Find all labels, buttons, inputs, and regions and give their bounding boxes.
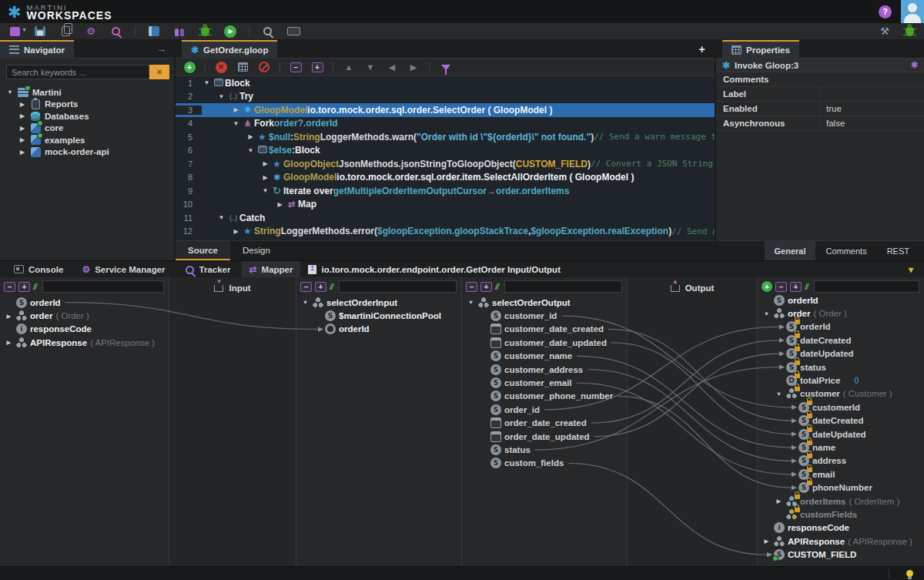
code-line-5[interactable]: 5▶★$null : String LoggerMethods.warn( "O… [176,130,715,144]
tree-node-responseCode[interactable]: iresponseCode [2,323,169,336]
new-tab-button[interactable]: + [698,42,705,55]
property-value[interactable] [819,87,924,101]
package-icon[interactable] [147,25,161,38]
move-right-icon[interactable]: ▶ [407,61,420,73]
property-row-enabled[interactable]: Enabledtrue [716,102,924,116]
tools-icon[interactable]: ⚒ [878,25,892,38]
code-line-4[interactable]: 4▼⋔Fork order?.orderId [176,117,715,131]
expander-icon[interactable]: ▼ [216,214,226,221]
lightbulb-icon[interactable] [906,570,913,577]
debug-icon[interactable] [198,25,212,38]
tree-node-selectOrderOutput[interactable]: ▼selectOrderOutput [464,296,627,309]
pane-filter-input[interactable] [339,280,457,293]
property-value[interactable]: false [819,116,924,130]
tree-node-orderId[interactable]: orderId [298,323,461,336]
expander-icon[interactable]: ▶ [231,228,241,235]
code-line-12[interactable]: 12▶★String LoggerMethods.error( $gloopEx… [176,225,715,239]
expand-all-icon[interactable]: + [480,282,492,292]
tree-node-orderItems[interactable]: ▶orderItems( OrderItem ) [759,495,924,508]
users-icon[interactable] [172,25,186,38]
tree-node-totalPrice[interactable]: DtotalPrice0 [759,374,924,387]
property-row-asynchronous[interactable]: Asynchronousfalse [716,116,924,131]
tree-node-customer_name[interactable]: Scustomer_name [464,350,627,363]
collapse-all-icon[interactable]: – [4,282,15,292]
sidebar-item-core[interactable]: ▶core [3,122,172,135]
collapse-bottom-panel-icon[interactable]: ▾ [909,264,913,275]
search-icon[interactable] [261,25,275,38]
code-line-3[interactable]: 3▶✱GloopModel io.toro.mock.order.sql.ord… [176,103,715,117]
tree-node-email[interactable]: Semail [759,468,924,481]
console-icon[interactable] [286,25,300,38]
property-value[interactable]: true [819,102,924,116]
tab-getorder-gloop[interactable]: ✱ GetOrder.gloop [182,40,277,59]
collapse-all-icon[interactable]: – [300,282,312,292]
expander-icon[interactable]: ▶ [18,101,26,108]
property-row-label[interactable]: Label [716,87,924,102]
expander-icon[interactable]: ▶ [5,313,13,320]
search-input[interactable] [6,65,149,79]
run-icon[interactable] [223,25,237,38]
code-line-2[interactable]: 2▼(‥)Try [176,90,715,104]
tab-mapper[interactable]: ⇄ Mapper [242,261,301,278]
tree-node-selectOrderInput[interactable]: ▼selectOrderInput [298,296,461,309]
code-line-6[interactable]: 6▼$else : Block [176,144,715,158]
expander-icon[interactable]: ▶ [18,125,26,132]
expander-icon[interactable]: ▶ [18,149,26,156]
tree-node-dateUpdated[interactable]: SdateUpdated [759,347,924,360]
sidebar-item-martini[interactable]: ▼Martini [3,86,172,99]
code-line-8[interactable]: 8▶✱GloopModel io.toro.mock.order.sql.ord… [176,171,715,185]
tree-node-dateCreated[interactable]: SdateCreated [759,414,924,427]
copy-icon[interactable] [59,25,72,38]
tree-node-dateUpdated[interactable]: SdateUpdated [759,427,924,441]
comment-icon[interactable]: // [33,282,36,291]
tab-navigator[interactable]: Navigator [0,40,74,59]
tree-node-name[interactable]: Sname [759,441,924,454]
expander-icon[interactable]: ▶ [18,136,26,143]
expander-icon[interactable]: ▼ [246,147,256,154]
delete-step-icon[interactable]: ✕ [215,61,227,73]
add-step-icon[interactable]: + [183,61,196,73]
services-icon[interactable]: ⚙ [84,25,98,38]
search-options-button[interactable]: ✕ [149,65,169,79]
expander-icon[interactable]: ▼ [762,310,771,317]
expander-icon[interactable]: ▶ [231,106,241,113]
expand-all-icon[interactable]: + [311,61,323,73]
expander-icon[interactable]: ▼ [775,391,783,397]
pane-filter-input[interactable] [504,280,622,293]
expander-icon[interactable]: ▼ [301,299,310,306]
save-icon[interactable] [33,25,47,38]
code-line-10[interactable]: 10▶⇄Map [176,198,715,212]
tree-node-CUSTOM_FIELD[interactable]: SCUSTOM_FIELD [759,548,924,561]
tree-node-status[interactable]: Sstatus [759,360,924,374]
collapse-panel-icon[interactable]: → [156,43,166,55]
disable-step-icon[interactable] [258,61,270,73]
tree-node-custom_fields[interactable]: Scustom_fields [464,457,627,470]
tree-node-order[interactable]: ▼order( Order ) [759,307,924,320]
tab-console[interactable]: Console [6,261,71,278]
pane-filter-input[interactable] [814,280,919,293]
expander-icon[interactable]: ▼ [231,120,241,127]
comment-icon[interactable]: // [495,282,498,291]
sidebar-item-databases[interactable]: ▶Databases [3,110,172,122]
tree-node-order_id[interactable]: Sorder_id [464,403,627,416]
tab-general[interactable]: General [765,241,816,260]
tree-node-customerId[interactable]: ScustomerId [759,401,924,414]
collapse-all-icon[interactable]: – [466,282,477,292]
tree-node-customer[interactable]: ▼customer( Customer ) [759,387,924,401]
tab-tracker[interactable]: Tracker [176,261,239,278]
tree-node-customer_date_updated[interactable]: customer_date_updated [464,336,627,349]
tab-service-manager[interactable]: ⚙ Service Manager [74,261,172,278]
move-down-icon[interactable]: ▼ [364,61,377,73]
tree-node-customer_date_created[interactable]: customer_date_created [464,323,627,336]
expander-icon[interactable]: ▶ [260,160,270,167]
tree-node-$martiniConnectionPool[interactable]: S$martiniConnectionPool [298,309,461,322]
expand-all-icon[interactable]: + [790,282,802,292]
collapse-all-icon[interactable]: – [775,282,787,292]
add-field-icon[interactable]: + [762,281,772,292]
code-line-11[interactable]: 11▼(‥)Catch [176,211,715,225]
tree-node-customer_id[interactable]: Scustomer_id [464,309,627,322]
tree-node-phoneNumber[interactable]: SphoneNumber [759,481,924,494]
search-service-icon[interactable] [109,25,123,38]
tree-node-APIResponse[interactable]: ▶APIResponse( APIResponse ) [759,535,924,548]
tree-node-address[interactable]: Saddress [759,454,924,468]
